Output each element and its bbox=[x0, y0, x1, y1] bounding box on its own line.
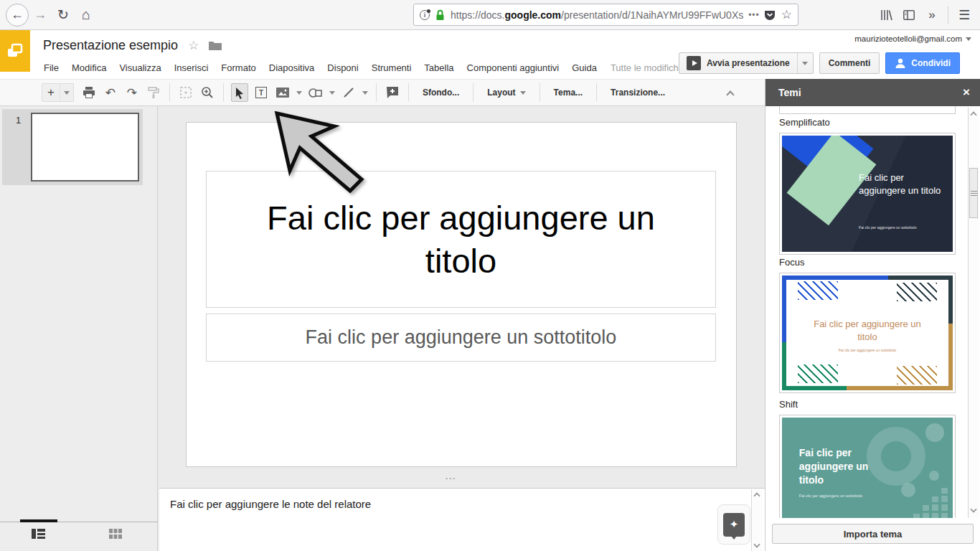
transition-button[interactable]: Transizione... bbox=[602, 79, 674, 106]
slides-logo[interactable] bbox=[0, 30, 30, 72]
scroll-up-icon[interactable] bbox=[970, 111, 976, 118]
forward-icon[interactable]: → bbox=[29, 4, 52, 27]
theme-title-text: Fai clic per aggiungere un titolo bbox=[859, 171, 949, 197]
decor-edge bbox=[782, 276, 786, 342]
print-icon[interactable] bbox=[80, 83, 98, 102]
url-bar[interactable]: i https://docs.google.com/presentation/d… bbox=[413, 4, 798, 26]
menu-guida[interactable]: Guida bbox=[565, 62, 603, 73]
decor-dot bbox=[901, 483, 915, 497]
share-button[interactable]: Condividi bbox=[885, 52, 960, 74]
folder-icon[interactable] bbox=[209, 40, 222, 50]
undo-icon[interactable]: ↶ bbox=[102, 83, 119, 102]
edit-toolbar: + ↶ ↷ T Sfondo... Layout Tema... Transiz… bbox=[0, 79, 765, 106]
fit-zoom-icon[interactable] bbox=[177, 83, 194, 102]
new-slide-button[interactable]: + bbox=[42, 83, 74, 102]
themes-panel-footer: Importa tema bbox=[765, 518, 980, 551]
collapse-toolbar-icon[interactable] bbox=[726, 90, 734, 98]
background-button[interactable]: Sfondo... bbox=[414, 79, 468, 106]
image-caret-icon[interactable] bbox=[296, 83, 303, 102]
toolbar-separator bbox=[223, 83, 224, 102]
overflow-icon[interactable]: » bbox=[920, 4, 943, 27]
notes-scrollbar[interactable] bbox=[751, 489, 762, 551]
paint-format-icon[interactable] bbox=[145, 83, 162, 102]
new-slide-caret-icon[interactable] bbox=[60, 84, 73, 101]
account-menu[interactable]: maurizioteotelloli@gmail.com bbox=[854, 34, 971, 43]
menu-strumenti[interactable]: Strumenti bbox=[365, 62, 418, 73]
menu-tabella[interactable]: Tabella bbox=[418, 62, 460, 73]
slide-thumbnail-item[interactable]: 1 bbox=[2, 109, 143, 185]
theme-title-text: Fai clic per aggiungere un titolo bbox=[799, 446, 895, 487]
theme-card-shift[interactable]: Fai clic per aggiungere un titolo Fai cl… bbox=[779, 415, 956, 535]
lock-icon[interactable] bbox=[435, 9, 445, 21]
menu-formato[interactable]: Formato bbox=[215, 62, 262, 73]
line-caret-icon[interactable] bbox=[362, 83, 369, 102]
theme-card-partial[interactable] bbox=[779, 106, 956, 114]
reload-icon[interactable]: ↻ bbox=[52, 4, 75, 27]
import-theme-button[interactable]: Importa tema bbox=[772, 524, 974, 544]
redo-icon[interactable]: ↷ bbox=[123, 83, 141, 102]
close-icon[interactable]: × bbox=[963, 85, 970, 100]
account-caret-icon bbox=[966, 37, 971, 41]
shape-caret-icon[interactable] bbox=[329, 83, 336, 102]
menu-inserisci[interactable]: Inserisci bbox=[168, 62, 215, 73]
scroll-down-icon[interactable] bbox=[970, 506, 976, 512]
layout-button[interactable]: Layout bbox=[479, 79, 534, 106]
title-placeholder-text: Fai clic per aggiungere un titolo bbox=[267, 197, 655, 283]
toolbar-separator bbox=[408, 83, 409, 102]
scroll-down-icon[interactable] bbox=[753, 541, 760, 547]
insert-comment-icon[interactable] bbox=[384, 83, 401, 102]
menu-visualizza[interactable]: Visualizza bbox=[113, 62, 167, 73]
slides-logo-icon bbox=[6, 42, 24, 60]
back-icon[interactable]: ← bbox=[6, 4, 29, 27]
url-text[interactable]: https://docs.google.com/presentation/d/1… bbox=[451, 9, 744, 21]
themes-scrollbar[interactable] bbox=[968, 108, 979, 518]
theme-name-focus: Focus bbox=[779, 257, 804, 268]
menu-componenti-aggiuntivi[interactable]: Componenti aggiuntivi bbox=[461, 62, 566, 73]
decor-edge bbox=[948, 276, 953, 324]
home-icon[interactable]: ⌂ bbox=[75, 4, 98, 27]
library-icon[interactable] bbox=[875, 4, 897, 27]
hamburger-menu-icon[interactable]: ☰ bbox=[953, 4, 976, 27]
insert-line-icon[interactable] bbox=[340, 83, 357, 102]
decor-dot bbox=[925, 423, 944, 442]
toolbar-separator bbox=[948, 6, 948, 24]
notes-resize-handle[interactable]: ⋯ bbox=[445, 472, 456, 485]
decor-edge bbox=[782, 386, 847, 390]
page-actions-icon[interactable]: ••• bbox=[748, 10, 760, 20]
document-title[interactable]: Presentazione esempio bbox=[43, 38, 178, 53]
theme-card-focus[interactable]: Fai clic per aggiungere un titolo Fai cl… bbox=[779, 273, 956, 393]
page-info-icon[interactable]: i bbox=[420, 10, 430, 20]
themes-panel-title: Temi bbox=[778, 87, 801, 98]
menu-diapositiva[interactable]: Diapositiva bbox=[263, 62, 321, 73]
comments-button[interactable]: Commenti bbox=[819, 52, 880, 74]
decor-hatch bbox=[897, 366, 937, 385]
decor-hatch bbox=[798, 281, 838, 300]
speaker-notes-panel[interactable]: Fai clic per aggiungere le note del rela… bbox=[159, 488, 765, 551]
slide-canvas[interactable]: Fai clic per aggiungere un titolo Fai cl… bbox=[186, 122, 737, 467]
insert-image-icon[interactable] bbox=[274, 83, 291, 102]
explore-button-container: ✦ bbox=[717, 504, 750, 545]
select-tool-icon[interactable] bbox=[231, 83, 248, 102]
star-document-icon[interactable]: ☆ bbox=[188, 38, 199, 53]
sidebar-icon[interactable] bbox=[897, 4, 920, 27]
bookmark-star-icon[interactable]: ☆ bbox=[781, 7, 792, 22]
menu-disponi[interactable]: Disponi bbox=[321, 62, 364, 73]
pocket-icon[interactable] bbox=[764, 9, 776, 21]
theme-name-semplificato: Semplificato bbox=[779, 117, 830, 128]
insert-shape-icon[interactable] bbox=[307, 83, 324, 102]
subtitle-placeholder-box[interactable]: Fai clic per aggiungere un sottotitolo bbox=[206, 314, 716, 362]
notification-dot bbox=[427, 9, 430, 13]
menu-modifica[interactable]: Modifica bbox=[65, 62, 113, 73]
menu-file[interactable]: File bbox=[37, 62, 65, 73]
scrollbar-thumb[interactable] bbox=[969, 168, 978, 218]
zoom-icon[interactable] bbox=[199, 83, 216, 102]
grid-view-icon[interactable] bbox=[109, 528, 122, 542]
present-button[interactable]: Avvia presentazione bbox=[679, 53, 797, 73]
present-dropdown-button[interactable] bbox=[797, 53, 813, 73]
theme-card-semplificato[interactable]: Fai clic per aggiungere un titolo Fai cl… bbox=[779, 133, 956, 255]
filmstrip-view-icon[interactable] bbox=[32, 528, 45, 542]
scroll-up-icon[interactable] bbox=[753, 492, 760, 499]
theme-button[interactable]: Tema... bbox=[545, 79, 591, 106]
text-box-icon[interactable]: T bbox=[253, 83, 270, 102]
explore-button[interactable]: ✦ bbox=[723, 513, 745, 537]
